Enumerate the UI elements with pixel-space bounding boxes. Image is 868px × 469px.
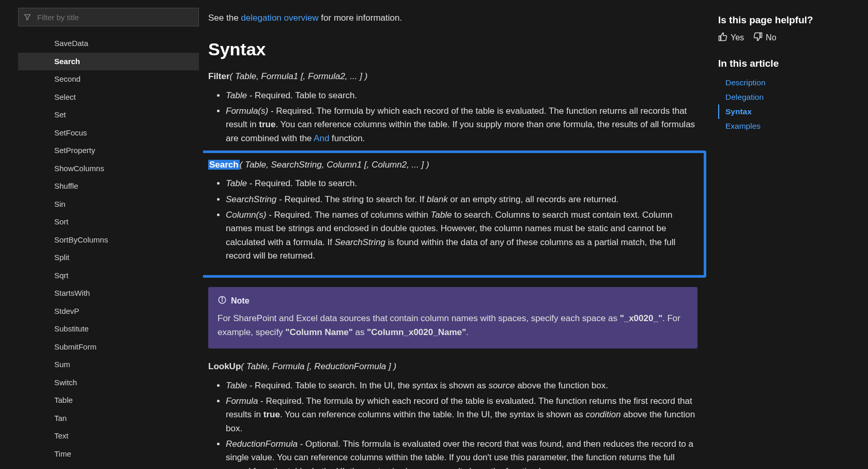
lookup-param-table: Table - Required. Table to search. In th… xyxy=(226,379,698,392)
toc-item-examples[interactable]: Examples xyxy=(718,119,858,133)
sidebar-nav: SaveDataSearchSecondSelectSetSetFocusSet… xyxy=(0,0,203,469)
sidebar-item-showcolumns[interactable]: ShowColumns xyxy=(18,160,199,178)
sidebar-item-sum[interactable]: Sum xyxy=(18,356,199,374)
sidebar-item-tan[interactable]: Tan xyxy=(18,410,199,428)
sidebar-item-shuffle[interactable]: Shuffle xyxy=(18,177,199,195)
helpful-heading: Is this page helpful? xyxy=(718,14,858,26)
note-heading: Note xyxy=(218,295,688,307)
filter-param-formulas: Formula(s) - Required. The formula by wh… xyxy=(226,104,698,145)
sidebar-item-sin[interactable]: Sin xyxy=(18,195,199,214)
sidebar-item-sortbycolumns[interactable]: SortByColumns xyxy=(18,231,199,249)
intro-suffix: for more information. xyxy=(319,13,402,23)
search-param-table: Table - Required. Table to search. xyxy=(226,177,698,190)
and-function-link[interactable]: And xyxy=(314,133,329,143)
intro-paragraph: See the delegation overview for more inf… xyxy=(208,11,698,25)
feedback-yes-button[interactable]: Yes xyxy=(718,32,744,43)
search-params: Table - Required. Table to search. Searc… xyxy=(226,177,698,263)
sidebar-item-setfocus[interactable]: SetFocus xyxy=(18,124,199,142)
intro-prefix: See the xyxy=(208,13,241,23)
sidebar-item-savedata[interactable]: SaveData xyxy=(18,35,199,53)
note-body: For SharePoint and Excel data sources th… xyxy=(218,312,688,339)
sidebar-item-time[interactable]: Time xyxy=(18,445,199,460)
delegation-overview-link[interactable]: delegation overview xyxy=(241,13,318,23)
note-box: Note For SharePoint and Excel data sourc… xyxy=(208,287,698,349)
search-highlight-box: Search( Table, SearchString, Column1 [, … xyxy=(203,150,706,278)
sidebar-item-second[interactable]: Second xyxy=(18,70,199,88)
filter-signature: Filter( Table, Formula1 [, Formula2, ...… xyxy=(208,70,698,83)
toc-heading: In this article xyxy=(718,58,858,69)
sidebar-item-table[interactable]: Table xyxy=(18,391,199,410)
sidebar-item-select[interactable]: Select xyxy=(18,88,199,107)
toc-item-syntax[interactable]: Syntax xyxy=(718,104,858,119)
sidebar-item-stdevp[interactable]: StdevP xyxy=(18,302,199,321)
main-content: See the delegation overview for more inf… xyxy=(203,0,713,469)
thumbs-up-icon xyxy=(718,32,727,43)
note-label: Note xyxy=(231,296,250,306)
sidebar-item-text[interactable]: Text xyxy=(18,427,199,445)
search-param-searchstring: SearchString - Required. The string to s… xyxy=(226,193,698,206)
sidebar-item-setproperty[interactable]: SetProperty xyxy=(18,142,199,160)
search-signature: Search( Table, SearchString, Column1 [, … xyxy=(208,158,698,172)
feedback-no-button[interactable]: No xyxy=(753,32,776,43)
feedback-yes-label: Yes xyxy=(731,33,744,42)
lookup-param-formula: Formula - Required. The formula by which… xyxy=(226,395,698,435)
nav-list: SaveDataSearchSecondSelectSetSetFocusSet… xyxy=(18,35,199,460)
toc-item-description[interactable]: Description xyxy=(718,75,858,90)
filter-wrap xyxy=(18,8,199,26)
sidebar-item-sqrt[interactable]: Sqrt xyxy=(18,267,199,285)
sidebar-item-split[interactable]: Split xyxy=(18,249,199,267)
info-icon xyxy=(218,295,227,307)
right-rail: Is this page helpful? Yes No In thi xyxy=(713,0,868,469)
filter-params: Table - Required. Table to search. Formu… xyxy=(226,89,698,145)
toc-list: DescriptionDelegationSyntaxExamples xyxy=(718,75,858,133)
feedback-no-label: No xyxy=(766,33,776,42)
filter-icon xyxy=(23,13,32,21)
search-param-columns: Column(s) - Required. The names of colum… xyxy=(226,208,698,263)
sidebar-item-substitute[interactable]: Substitute xyxy=(18,320,199,338)
sidebar-item-set[interactable]: Set xyxy=(18,106,199,124)
svg-point-2 xyxy=(222,298,223,299)
nav-scroll[interactable]: SaveDataSearchSecondSelectSetSetFocusSet… xyxy=(18,31,199,460)
lookup-signature: LookUp( Table, Formula [, ReductionFormu… xyxy=(208,360,698,373)
sidebar-item-submitform[interactable]: SubmitForm xyxy=(18,338,199,356)
sidebar-item-startswith[interactable]: StartsWith xyxy=(18,284,199,302)
feedback-row: Yes No xyxy=(718,32,858,43)
lookup-param-reduction: ReductionFormula - Optional. This formul… xyxy=(226,437,698,469)
lookup-params: Table - Required. Table to search. In th… xyxy=(226,379,698,470)
sidebar-item-switch[interactable]: Switch xyxy=(18,374,199,392)
filter-param-table: Table - Required. Table to search. xyxy=(226,89,698,102)
toc-item-delegation[interactable]: Delegation xyxy=(718,90,858,104)
sidebar-item-sort[interactable]: Sort xyxy=(18,213,199,231)
thumbs-down-icon xyxy=(753,32,763,43)
filter-input[interactable] xyxy=(18,8,199,26)
syntax-heading: Syntax xyxy=(208,39,698,59)
sidebar-item-search[interactable]: Search xyxy=(18,53,199,71)
